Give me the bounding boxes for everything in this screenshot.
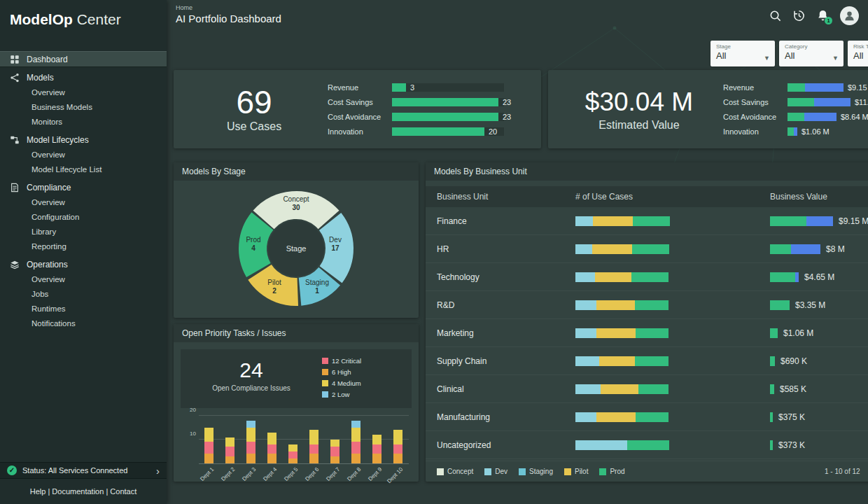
- metric-value: $11.19 M: [855, 98, 868, 106]
- sidebar-item-compliance-overview[interactable]: Overview: [0, 195, 167, 210]
- business-unit-row-hr[interactable]: HR$8 M: [426, 235, 868, 263]
- models-icon: [10, 73, 20, 83]
- filter-risk-tier[interactable]: Risk TierAll▼: [848, 41, 868, 66]
- pagination-label[interactable]: 1 - 10 of 12: [825, 468, 860, 475]
- legend-swatch: [519, 468, 526, 475]
- metric-label: Revenue: [723, 83, 788, 92]
- sidebar-item-operations-notifications[interactable]: Notifications: [0, 316, 167, 331]
- dept-bar-dept-5[interactable]: [288, 444, 298, 463]
- business-value-text: $690 K: [780, 356, 807, 366]
- business-unit-row-uncategorized[interactable]: Uncategorized$373 K: [426, 431, 868, 459]
- filter-category[interactable]: CategoryAll▼: [779, 41, 844, 66]
- compliance-icon: [10, 183, 20, 192]
- business-unit-row-clinical[interactable]: Clinical$585 K: [426, 375, 868, 403]
- history-icon[interactable]: [792, 9, 806, 22]
- sidebar-item-models-business-models[interactable]: Business Models: [0, 100, 167, 115]
- bar-segment-critical: [267, 444, 276, 454]
- sidebar-item-models-overview[interactable]: Overview: [0, 85, 167, 100]
- dept-bar-dept-6[interactable]: [309, 430, 318, 463]
- bar-segment-critical: [330, 447, 340, 456]
- sidebar-item-operations[interactable]: Operations: [0, 256, 167, 272]
- business-unit-name: R&D: [426, 300, 575, 310]
- metric-label: Cost Savings: [723, 98, 788, 106]
- dept-bar-dept-9[interactable]: [372, 435, 382, 463]
- bar-segment-critical: [351, 442, 360, 454]
- dept-bar-dept-7[interactable]: [330, 440, 340, 463]
- breadcrumb[interactable]: Home: [176, 4, 192, 11]
- legend-swatch: [322, 391, 328, 398]
- business-unit-row-manufacturing[interactable]: Manufacturing$375 K: [426, 403, 868, 431]
- filter-value: All: [785, 50, 838, 61]
- business-value-bar: [770, 244, 820, 254]
- dept-bar-dept-1[interactable]: [204, 428, 214, 463]
- business-value-text: $8 M: [826, 244, 845, 254]
- metric-value: 20: [489, 127, 497, 136]
- brand-logo[interactable]: ModelOp Center: [0, 0, 167, 36]
- dept-bar-dept-2[interactable]: [225, 438, 234, 463]
- sidebar-item-model-lifecycles-model-lifecycle-list[interactable]: Model Lifecycle List: [0, 162, 167, 177]
- dept-bar-dept-3[interactable]: [246, 421, 255, 463]
- business-unit-title: Models By Business Unit: [426, 162, 868, 181]
- bar-segment-medium: [204, 428, 214, 442]
- donut-center-label: Stage: [286, 244, 307, 253]
- business-unit-row-supply-chain[interactable]: Supply Chain$690 K: [426, 347, 868, 375]
- sidebar: ModelOp Center DashboardModelsOverviewBu…: [0, 0, 167, 504]
- business-value-text: $4.65 M: [804, 272, 834, 282]
- metric-label: Cost Avoidance: [723, 113, 788, 121]
- sidebar-item-model-lifecycles-overview[interactable]: Overview: [0, 148, 167, 162]
- legend-item-dev: Dev: [484, 468, 507, 475]
- services-status-bar[interactable]: ✓ Status: All Services Connected ›: [0, 462, 167, 479]
- legend-swatch: [599, 468, 606, 475]
- value-row-cost-avoidance: Cost Avoidance$8.64 M: [723, 111, 868, 122]
- user-avatar[interactable]: [840, 6, 859, 25]
- sidebar-item-operations-overview[interactable]: Overview: [0, 272, 167, 287]
- notifications-bell-icon[interactable]: 1: [816, 9, 830, 22]
- business-unit-row-r-d[interactable]: R&D$3.35 M: [426, 291, 868, 319]
- business-unit-name: HR: [426, 244, 575, 254]
- metric-bar: $11.19 M: [788, 98, 868, 106]
- sidebar-item-dashboard[interactable]: Dashboard: [0, 51, 167, 67]
- bar-segment-high: [393, 454, 402, 463]
- use-case-stacked-bar: [575, 300, 770, 310]
- use-case-stacked-bar: [575, 328, 770, 338]
- dept-bar-dept-10[interactable]: [393, 430, 402, 463]
- business-unit-row-marketing[interactable]: Marketing$1.06 M: [426, 319, 868, 347]
- sidebar-item-compliance-library[interactable]: Library: [0, 225, 167, 239]
- sidebar-item-compliance-configuration[interactable]: Configuration: [0, 210, 167, 225]
- priority-legend-item-12-critical: 12 Critical: [322, 357, 412, 365]
- brand-bold: ModelOp: [10, 11, 73, 27]
- bar-segment-critical: [372, 444, 382, 454]
- sidebar-item-models[interactable]: Models: [0, 69, 167, 85]
- dept-issues-chart[interactable]: 1020 Dept 1Dept 2Dept 3Dept 4Dept 5Dept …: [181, 415, 412, 485]
- business-unit-row-technology[interactable]: Technology$4.65 M: [426, 263, 868, 291]
- priority-legend-item-6-high: 6 High: [322, 368, 412, 376]
- dashboard-icon: [10, 55, 20, 64]
- sidebar-item-compliance[interactable]: Compliance: [0, 179, 167, 195]
- dept-bar-dept-4[interactable]: [267, 433, 276, 463]
- sidebar-item-compliance-reporting[interactable]: Reporting: [0, 239, 167, 254]
- bar-segment-high: [351, 454, 360, 463]
- stage-donut-chart[interactable]: Concept30Dev17Staging1Pilot2Prod4Stage: [230, 182, 363, 315]
- col-business-value: Business Value: [770, 192, 868, 202]
- filter-stage[interactable]: StageAll▼: [710, 41, 775, 66]
- metric-bar: 23: [392, 98, 504, 106]
- sidebar-item-models-monitors[interactable]: Monitors: [0, 115, 167, 130]
- sidebar-item-operations-runtimes[interactable]: Runtimes: [0, 302, 167, 316]
- sidebar-footer-links[interactable]: Help | Documentation | Contact: [0, 479, 167, 504]
- use-cases-breakdown: Revenue3Cost Savings23Cost Avoidance23In…: [328, 82, 534, 136]
- bar-segment-medium: [309, 430, 318, 444]
- business-unit-row-finance[interactable]: Finance$9.15 M: [426, 207, 868, 235]
- business-unit-name: Supply Chain: [426, 356, 575, 366]
- business-value-bar: [770, 440, 773, 450]
- caret-down-icon: ▼: [832, 55, 839, 62]
- dept-bar-dept-8[interactable]: [351, 421, 360, 463]
- models-by-business-unit-card: Models By Business Unit Business Unit # …: [426, 162, 868, 482]
- search-icon[interactable]: [769, 9, 782, 22]
- sidebar-item-model-lifecycles[interactable]: Model Lifecycles: [0, 132, 167, 148]
- sidebar-item-operations-jobs[interactable]: Jobs: [0, 287, 167, 302]
- metric-label: Cost Savings: [328, 98, 392, 106]
- value-row-innovation: Innovation$1.06 M: [723, 126, 868, 136]
- metric-bar: $8.64 M: [788, 113, 868, 121]
- priority-legend-item-2-low: 2 Low: [322, 391, 412, 398]
- metric-bar: 3: [392, 83, 504, 92]
